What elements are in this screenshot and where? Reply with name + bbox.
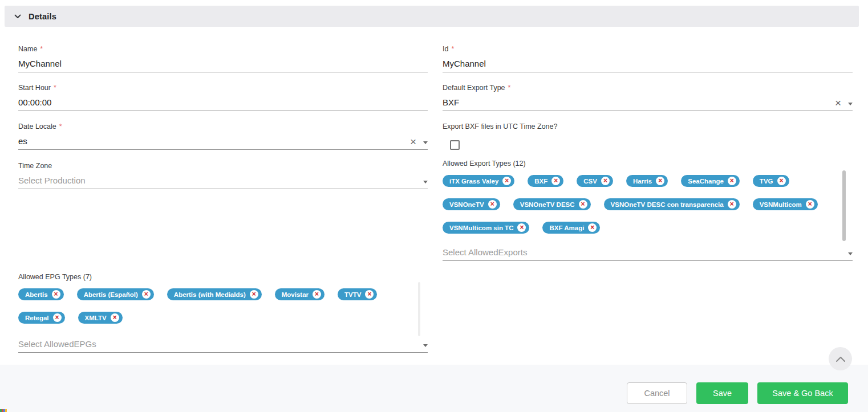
default-export-type-select[interactable]: BXF × <box>443 97 853 111</box>
chip-label: VSNMulticom <box>760 201 802 208</box>
export-chip: Harris <box>626 175 668 187</box>
chip-remove-icon[interactable] <box>601 177 610 185</box>
chip-label: XMLTV <box>85 315 107 321</box>
id-label: Id <box>443 45 448 53</box>
date-locale-value: es <box>18 136 403 146</box>
chip-remove-icon[interactable] <box>313 290 321 299</box>
start-hour-input[interactable]: 00:00:00 <box>18 97 428 111</box>
epg-chip: Abertis (Español) <box>77 288 154 300</box>
chip-label: Abertis <box>25 291 48 298</box>
allowed-exports-select[interactable]: Select AllowedExports <box>443 247 853 261</box>
chip-remove-icon[interactable] <box>551 177 560 185</box>
field-allowed-export-types: Allowed Export Types (12) iTX Grass Vale… <box>443 160 853 261</box>
allowed-exports-label: Allowed Export Types (12) <box>443 160 526 168</box>
field-date-locale: Date Locale* es × <box>18 123 428 150</box>
chip-remove-icon[interactable] <box>656 177 664 185</box>
epg-chip: Movistar <box>275 288 325 300</box>
utc-checkbox[interactable] <box>450 140 460 150</box>
chip-remove-icon[interactable] <box>806 200 814 209</box>
start-hour-label: Start Hour <box>18 84 51 92</box>
clear-icon[interactable]: × <box>410 137 416 146</box>
name-label: Name <box>18 45 37 53</box>
chip-remove-icon[interactable] <box>728 200 736 209</box>
scrollbar-thumb[interactable] <box>842 170 846 241</box>
name-input[interactable]: MyChannel <box>18 59 428 72</box>
save-button[interactable]: Save <box>696 382 748 404</box>
clear-icon[interactable]: × <box>835 99 841 107</box>
section-title: Details <box>29 12 56 21</box>
chip-remove-icon[interactable] <box>111 313 119 322</box>
chip-remove-icon[interactable] <box>250 290 258 299</box>
chip-remove-icon[interactable] <box>728 177 736 185</box>
epg-chip: XMLTV <box>78 312 123 324</box>
chevron-up-icon <box>834 356 847 362</box>
date-locale-label: Date Locale <box>18 123 56 130</box>
chip-label: BXF Amagi <box>549 225 584 231</box>
export-chip: VSNOneTV DESC <box>513 198 591 210</box>
field-time-zone: Time Zone Select Production <box>18 162 428 189</box>
left-column: Name* MyChannel Start Hour* 00:00:00 Dat… <box>18 46 428 365</box>
id-input[interactable]: MyChannel <box>443 59 853 72</box>
chip-label: TVG <box>760 178 773 185</box>
field-name: Name* MyChannel <box>18 46 428 72</box>
dropdown-arrow-icon[interactable] <box>848 103 853 105</box>
time-zone-select[interactable]: Select Production <box>18 176 428 189</box>
start-hour-value: 00:00:00 <box>18 97 428 107</box>
epg-chip: Retegal <box>18 312 65 324</box>
dropdown-arrow-icon[interactable] <box>423 344 428 347</box>
field-allowed-epg-types: Allowed EPG Types (7) Abertis Abertis (E… <box>18 274 428 353</box>
chip-remove-icon[interactable] <box>488 200 497 209</box>
chip-remove-icon[interactable] <box>517 223 526 232</box>
export-chip: SeaChange <box>681 175 740 187</box>
allowed-epg-label: Allowed EPG Types (7) <box>18 273 92 281</box>
allowed-export-chips: iTX Grass Valey BXF CSV <box>443 175 853 234</box>
right-column: Id* MyChannel Default Export Type* BXF ×… <box>443 46 853 365</box>
export-chip: BXF <box>528 175 563 187</box>
allowed-exports-placeholder: Select AllowedExports <box>443 247 841 257</box>
export-bxf-utc-label: Export BXF files in UTC Time Zone? <box>443 123 557 130</box>
required-asterisk: * <box>451 45 454 53</box>
chip-label: TVTV <box>344 291 361 298</box>
chip-remove-icon[interactable] <box>365 290 374 299</box>
export-chip: TVG <box>753 175 789 187</box>
scroll-to-top-button[interactable] <box>829 347 852 370</box>
required-asterisk: * <box>508 84 511 92</box>
chip-label: CSV <box>583 178 597 185</box>
chip-label: VSNOneTV <box>449 201 484 208</box>
date-locale-select[interactable]: es × <box>18 136 428 150</box>
details-section-header[interactable]: Details <box>5 6 859 27</box>
edge-artifact <box>0 409 7 412</box>
chip-label: SeaChange <box>688 178 724 185</box>
field-start-hour: Start Hour* 00:00:00 <box>18 84 428 111</box>
chip-remove-icon[interactable] <box>52 290 60 299</box>
required-asterisk: * <box>54 84 56 92</box>
export-chip: CSV <box>577 175 613 187</box>
chip-remove-icon[interactable] <box>579 200 587 209</box>
chip-remove-icon[interactable] <box>588 223 597 232</box>
id-value: MyChannel <box>443 59 853 68</box>
chip-label: VSNMulticom sin TC <box>449 225 513 231</box>
export-chip: VSNMulticom <box>753 198 818 210</box>
chip-label: Abertis (Español) <box>84 291 138 298</box>
export-chip: VSNOneTV DESC con transparencia <box>604 198 740 210</box>
save-and-go-back-button[interactable]: Save & Go Back <box>757 382 848 404</box>
allowed-epg-select[interactable]: Select AllowedEPGs <box>18 339 428 353</box>
field-export-bxf-utc: Export BXF files in UTC Time Zone? <box>443 123 853 150</box>
dropdown-arrow-icon[interactable] <box>848 252 853 255</box>
chip-label: iTX Grass Valey <box>449 178 498 185</box>
field-id: Id* MyChannel <box>443 46 853 72</box>
export-chip: VSNMulticom sin TC <box>443 222 529 234</box>
cancel-button[interactable]: Cancel <box>627 382 687 404</box>
chip-remove-icon[interactable] <box>53 313 62 322</box>
chip-remove-icon[interactable] <box>777 177 786 185</box>
required-asterisk: * <box>40 45 43 53</box>
dropdown-arrow-icon[interactable] <box>423 141 428 144</box>
epg-chip: Abertis (with MediaIds) <box>167 288 262 300</box>
chip-remove-icon[interactable] <box>142 290 151 299</box>
scrollbar-thumb[interactable] <box>418 282 420 336</box>
chip-remove-icon[interactable] <box>502 177 511 185</box>
export-chip: BXF Amagi <box>542 222 600 234</box>
dropdown-arrow-icon[interactable] <box>423 181 428 183</box>
required-asterisk: * <box>59 123 62 130</box>
epg-chip: Abertis <box>18 288 64 300</box>
